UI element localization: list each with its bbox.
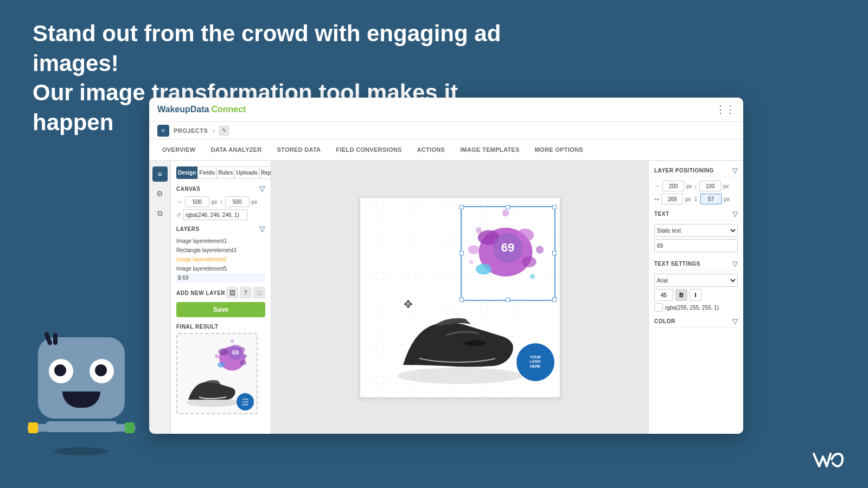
grid-icon[interactable]: ⋮⋮ — [716, 104, 735, 115]
nav-tab-more-options[interactable]: MORE OPTIONS — [527, 139, 591, 160]
headline-line1: Stand out from the crowd with engaging a… — [33, 19, 521, 78]
breadcrumb-edit-icon[interactable]: ✎ — [219, 125, 229, 136]
layer-item-5[interactable]: $ 69 — [176, 273, 265, 282]
text-section: TEXT ▽ Static text — [654, 210, 738, 254]
canvas-filter-icon[interactable]: ▽ — [259, 184, 265, 193]
pos-x-input[interactable] — [662, 181, 684, 191]
text-value-input[interactable] — [654, 239, 738, 252]
svg-point-6 — [244, 355, 247, 358]
refresh-icon[interactable]: ↺ — [176, 212, 181, 218]
layer-item-2[interactable]: Rectangle layerelement3 — [176, 246, 265, 255]
layer-positioning-filter[interactable]: ▽ — [732, 166, 738, 175]
sub-tab-uploads[interactable]: Uploads — [234, 166, 259, 179]
robot-eye-left — [49, 359, 73, 383]
robot-dumbbell-right — [125, 422, 135, 433]
canvas-bg-color-input[interactable] — [183, 209, 248, 220]
layer-item-4[interactable]: Image layerelement5 — [176, 264, 265, 273]
preview-logo: YOURLOGOHERE — [237, 393, 254, 410]
svg-point-7 — [231, 339, 234, 343]
sub-tab-rules[interactable]: Rules — [216, 166, 234, 179]
canvas-width-row: ↔ px ↕ px — [176, 196, 265, 207]
pos-w-input[interactable] — [661, 194, 683, 204]
svg-point-20 — [398, 368, 522, 384]
canvas-height-unit: px — [252, 199, 258, 205]
sub-tab-fields[interactable]: Fields — [197, 166, 216, 179]
save-button[interactable]: Save — [176, 302, 265, 317]
svg-point-16 — [502, 209, 509, 216]
robot-hair2 — [53, 333, 58, 345]
svg-point-18 — [530, 274, 535, 279]
svg-point-5 — [215, 354, 219, 358]
app-logo: WakeupData Connect — [157, 105, 246, 114]
nav-tab-data-analyzer[interactable]: DATA ANALYZER — [203, 139, 270, 160]
layers-section: LAYERS ▽ Image layerelement1 Rectangle l… — [176, 224, 265, 282]
layer-item-1[interactable]: Image layerelement1 — [176, 236, 265, 246]
font-size-input[interactable] — [654, 289, 673, 301]
robot-hair1 — [44, 331, 53, 345]
robot-mouth — [62, 391, 100, 408]
title-bar: WakeupData Connect ⋮⋮ — [149, 98, 743, 122]
nav-tab-stored-data[interactable]: STORED DATA — [269, 139, 328, 160]
layers-filter-icon[interactable]: ▽ — [259, 224, 265, 233]
sub-tab-repository[interactable]: Repository — [259, 166, 271, 179]
product-name: Connect — [211, 105, 246, 114]
robot-arms — [22, 432, 141, 443]
sidebar-icon-list[interactable]: ≡ — [152, 166, 168, 182]
pos-width-icon: ↦ — [654, 196, 659, 203]
text-type-select[interactable]: Static text — [654, 224, 738, 237]
layer-item-3[interactable]: Image layerelement2 — [176, 255, 265, 264]
canvas-height-input[interactable] — [225, 196, 250, 207]
pos-arrow-h-icon: ↔ — [654, 183, 660, 189]
canvas-board: 69 YOURLOGOHERE ✥ — [360, 197, 560, 398]
pos-h-input[interactable] — [700, 194, 722, 204]
logo-circle: YOURLOGOHERE — [516, 343, 554, 381]
italic-button[interactable]: I — [690, 289, 701, 301]
text-color-swatch[interactable] — [654, 303, 663, 312]
canvas-color-row: ↺ — [176, 209, 265, 220]
text-color-row: rgba(255, 255, 255, 1) — [654, 303, 738, 312]
color-filter-icon[interactable]: ▽ — [732, 317, 738, 325]
nav-tab-actions[interactable]: ACTIONS — [410, 139, 453, 160]
final-result-label: FINAL RESULT — [176, 324, 265, 330]
height-arrow-icon: ↕ — [220, 198, 223, 206]
sidebar: ≡ ⚙ ⧉ — [149, 161, 171, 434]
nav-tab-field-conversions[interactable]: FIELD CONVERSIONS — [328, 139, 409, 160]
pos-height-icon: ↧ — [693, 196, 698, 203]
sidebar-icon-person[interactable]: ⚙ — [152, 186, 168, 201]
bold-button[interactable]: B — [675, 289, 687, 301]
add-shape-layer-button[interactable]: □ — [253, 287, 265, 299]
robot-pupil-left — [54, 364, 66, 376]
text-color-value: rgba(255, 255, 255, 1) — [665, 305, 719, 311]
text-filter-icon[interactable]: ▽ — [732, 210, 738, 218]
pos-y-input[interactable] — [699, 181, 721, 191]
nav-tab-image-templates[interactable]: IMAGE TEMPLATES — [452, 139, 527, 160]
nav-tabs: OVERVIEW DATA ANALYZER STORED DATA FIELD… — [149, 139, 743, 161]
text-settings-section: TEXT SETTINGS ▽ Arial B I rgba(255, 255,… — [654, 260, 738, 312]
add-image-layer-button[interactable]: 🖼 — [226, 287, 238, 299]
text-settings-filter[interactable]: ▽ — [732, 260, 738, 268]
color-header: COLOR ▽ — [654, 317, 738, 328]
preview-shoe — [183, 373, 242, 410]
nav-tab-overview[interactable]: OVERVIEW — [155, 139, 203, 160]
sub-tab-design[interactable]: Design — [176, 166, 197, 179]
add-text-layer-button[interactable]: T — [240, 287, 252, 299]
svg-point-14 — [468, 245, 480, 254]
robot-arm-right — [108, 424, 136, 432]
positioning-x-row: ↔ px ↕ px — [654, 181, 738, 191]
robot-arm-left — [27, 424, 54, 432]
brand-name: WakeupData — [157, 105, 209, 114]
svg-point-15 — [535, 246, 543, 253]
add-layer-row: ADD NEW LAYER 🖼 T □ — [176, 287, 265, 299]
color-section: COLOR ▽ — [654, 317, 738, 328]
text-settings-header: TEXT SETTINGS ▽ — [654, 260, 738, 271]
robot-shadow — [54, 447, 108, 455]
canvas-width-input[interactable] — [185, 196, 209, 207]
text-settings-title: TEXT SETTINGS — [654, 261, 700, 267]
pos-x-unit: px — [686, 183, 692, 189]
sidebar-icon-layers[interactable]: ⧉ — [152, 206, 168, 221]
pos-y-unit: px — [723, 183, 729, 189]
font-select[interactable]: Arial — [654, 274, 738, 287]
text-title: TEXT — [654, 211, 669, 217]
breadcrumb-icon: ≡ — [157, 125, 169, 137]
app-window: WakeupData Connect ⋮⋮ ≡ PROJECTS › ✎ OVE… — [149, 98, 743, 434]
